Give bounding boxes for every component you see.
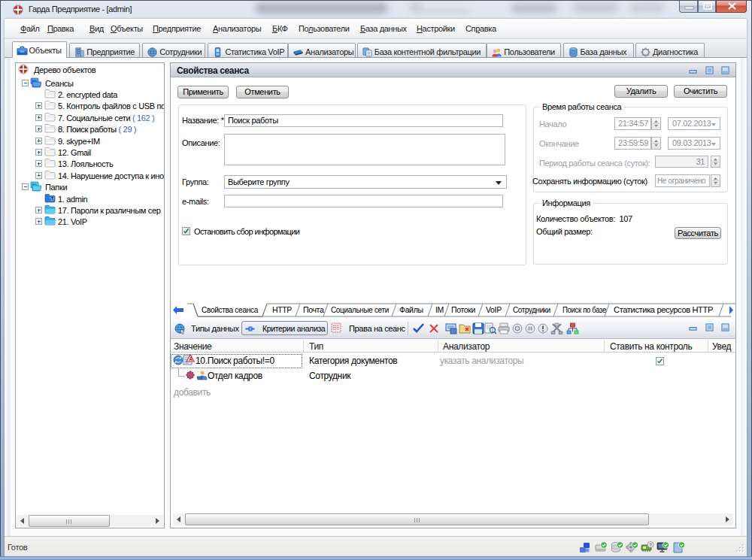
svg-text:Поиск по базе: Поиск по базе bbox=[562, 305, 606, 314]
svg-text:Сотрудники: Сотрудники bbox=[513, 305, 550, 314]
svg-text:Социальные сети: Социальные сети bbox=[331, 305, 389, 314]
svg-text:A: A bbox=[189, 356, 193, 362]
svg-text:Почта: Почта bbox=[303, 305, 324, 314]
svg-text:Файлы: Файлы bbox=[399, 305, 423, 314]
svg-text:VoIP: VoIP bbox=[486, 305, 502, 314]
svg-text:Статистика ресурсов HTTP: Статистика ресурсов HTTP bbox=[614, 305, 713, 314]
svg-text:Свойства сеанса: Свойства сеанса bbox=[202, 305, 258, 314]
svg-text:HTTP: HTTP bbox=[272, 305, 292, 314]
svg-text:IM: IM bbox=[435, 305, 444, 314]
svg-text:Потоки: Потоки bbox=[451, 305, 476, 314]
